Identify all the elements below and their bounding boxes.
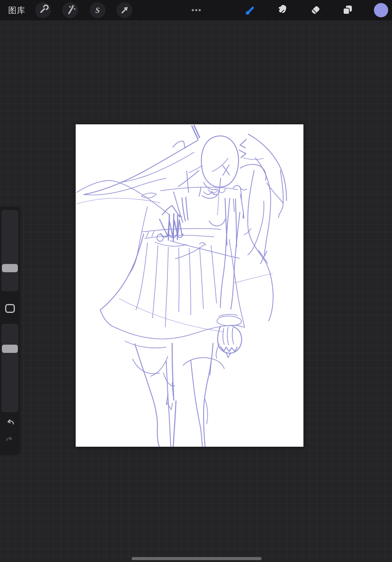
eraser-icon xyxy=(309,3,322,17)
brush-size-slider[interactable] xyxy=(1,210,18,291)
actions-button[interactable] xyxy=(35,2,51,18)
adjustments-button[interactable] xyxy=(62,2,78,18)
procreate-screen: 图库 S xyxy=(0,0,392,562)
opacity-handle[interactable] xyxy=(2,345,18,353)
modify-button[interactable] xyxy=(5,304,15,313)
gallery-button[interactable]: 图库 xyxy=(8,0,25,21)
redo-button[interactable] xyxy=(4,434,15,445)
home-indicator[interactable] xyxy=(132,557,262,560)
smudge-hand-icon xyxy=(275,3,289,17)
selection-s-icon: S xyxy=(92,4,104,16)
opacity-slider[interactable] xyxy=(1,324,18,412)
transform-arrow-icon xyxy=(118,4,130,16)
ellipsis-icon xyxy=(190,4,203,16)
brush-icon xyxy=(243,3,256,17)
layers-button[interactable] xyxy=(340,2,356,18)
color-swatch-button[interactable] xyxy=(374,3,388,17)
undo-button[interactable] xyxy=(4,417,15,428)
selection-button[interactable]: S xyxy=(90,2,106,18)
transform-button[interactable] xyxy=(117,2,132,18)
eraser-tool-button[interactable] xyxy=(308,2,323,18)
canvas-options-button[interactable] xyxy=(188,2,204,18)
svg-text:S: S xyxy=(95,6,100,15)
sketch-svg xyxy=(76,124,303,447)
top-toolbar: 图库 S xyxy=(0,0,392,21)
brush-tool-button[interactable] xyxy=(242,2,257,18)
redo-arrow-icon xyxy=(5,434,15,444)
wrench-icon xyxy=(37,4,49,16)
brush-sidebar xyxy=(0,207,20,455)
brush-size-handle[interactable] xyxy=(2,264,18,272)
smudge-tool-button[interactable] xyxy=(274,2,290,18)
undo-arrow-icon xyxy=(4,417,15,428)
drawing-canvas[interactable] xyxy=(76,124,303,447)
magic-wand-icon xyxy=(64,4,76,16)
layers-icon xyxy=(341,3,354,17)
